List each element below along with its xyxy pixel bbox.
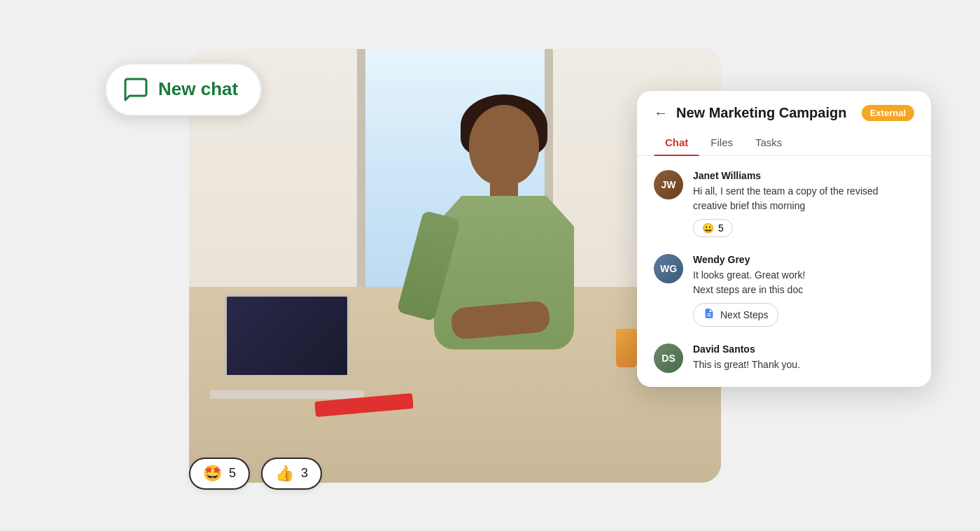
- person-figure: [413, 105, 623, 427]
- tab-files[interactable]: Files: [699, 129, 744, 155]
- emoji-count-thumbsup: 3: [301, 466, 308, 481]
- person-head: [469, 105, 539, 185]
- reaction-count-janet: 5: [718, 222, 724, 234]
- tab-tasks[interactable]: Tasks: [744, 129, 793, 155]
- chat-tabs: Chat Files Tasks: [637, 129, 931, 156]
- tab-chat[interactable]: Chat: [654, 129, 699, 155]
- emoji-pill-thumbsup[interactable]: 👍 3: [261, 458, 322, 490]
- emoji-pill-starstruck[interactable]: 🤩 5: [189, 458, 250, 490]
- reaction-emoji-janet: 😀: [702, 222, 714, 234]
- reaction-janet[interactable]: 😀 5: [693, 219, 733, 237]
- message-text-janet: Hi all, I sent the team a copy of the re…: [693, 184, 914, 213]
- laptop-screen-content: [227, 297, 347, 375]
- chat-panel-title: New Marketing Campaign: [676, 105, 853, 121]
- emoji-reactions-bar: 🤩 5 👍 3: [189, 458, 322, 490]
- juice-glass: [616, 329, 637, 367]
- laptop-base: [210, 390, 364, 399]
- message-janet: Janet Williams Hi all, I sent the team a…: [654, 170, 914, 237]
- chat-messages-list: Janet Williams Hi all, I sent the team a…: [637, 156, 931, 387]
- back-arrow-button[interactable]: ←: [654, 105, 668, 121]
- laptop-screen: [224, 294, 350, 378]
- doc-pill-next-steps[interactable]: Next Steps: [693, 303, 778, 327]
- document-icon: [704, 308, 715, 322]
- chat-panel-header: ← New Marketing Campaign External: [637, 91, 931, 121]
- message-content-janet: Janet Williams Hi all, I sent the team a…: [693, 170, 914, 237]
- message-david: David Santos This is great! Thank you.: [654, 344, 914, 373]
- message-wendy: Wendy Grey It looks great. Great work!Ne…: [654, 254, 914, 327]
- chat-panel: ← New Marketing Campaign External Chat F…: [637, 91, 931, 387]
- new-chat-bubble[interactable]: New chat: [105, 63, 262, 116]
- external-badge: External: [862, 105, 914, 121]
- emoji-thumbsup: 👍: [275, 465, 294, 483]
- emoji-count-starstruck: 5: [229, 466, 236, 481]
- doc-pill-label: Next Steps: [720, 309, 768, 320]
- message-content-david: David Santos This is great! Thank you.: [693, 344, 914, 372]
- sender-david: David Santos: [693, 344, 914, 355]
- laptop: [210, 294, 364, 399]
- sender-janet: Janet Williams: [693, 170, 914, 181]
- avatar-janet: [654, 170, 683, 199]
- sender-wendy: Wendy Grey: [693, 254, 914, 265]
- chat-bubble-icon: [123, 77, 148, 102]
- message-content-wendy: Wendy Grey It looks great. Great work!Ne…: [693, 254, 914, 327]
- message-text-wendy: It looks great. Great work!Next steps ar…: [693, 268, 914, 297]
- avatar-david: [654, 344, 683, 373]
- emoji-starstruck: 🤩: [203, 465, 222, 483]
- avatar-wendy: [654, 254, 683, 283]
- new-chat-label: New chat: [158, 78, 238, 100]
- message-text-david: This is great! Thank you.: [693, 357, 914, 372]
